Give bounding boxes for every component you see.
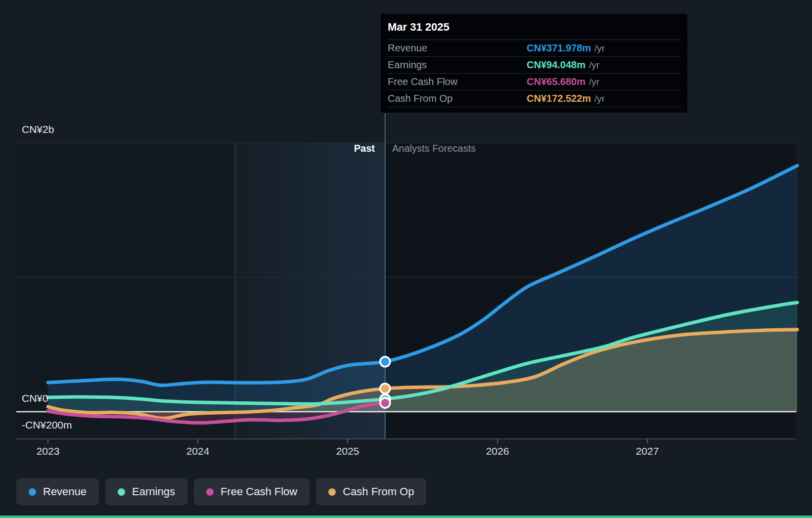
x-axis-label-2023: 2023 [26,445,70,458]
tooltip-fcf-unit: /yr [589,77,599,87]
bottom-accent-bar [0,516,812,518]
tooltip-fcf-label: Free Cash Flow [388,76,527,87]
cash-from-op-legend-dot-icon [328,488,336,496]
tooltip-revenue-unit: /yr [594,43,605,54]
y-axis-label-neg200m: -CN¥200m [22,419,72,432]
tooltip-cashop-value: CN¥172.522m [527,93,591,104]
legend-item-free-cash-flow[interactable]: Free Cash Flow [194,478,310,505]
legend-cashop-label: Cash From Op [343,485,414,498]
revenue-legend-dot-icon [29,488,36,496]
x-axis-label-2027: 2027 [625,445,670,458]
y-axis-label-2b: CN¥2b [22,123,54,136]
earnings-revenue-growth-chart: CN¥2b CN¥0 -CN¥200m 2023 2024 2025 2026 … [0,0,812,518]
free-cash-flow-legend-dot-icon [206,488,214,496]
legend-item-cash-from-op[interactable]: Cash From Op [316,478,426,505]
tooltip-cashop-unit: /yr [594,93,605,104]
legend-revenue-label: Revenue [43,485,87,498]
tooltip-row-earnings: Earnings CN¥94.048m /yr [388,57,680,74]
tooltip-date: Mar 31 2025 [388,14,680,40]
tooltip-revenue-value: CN¥371.978m [527,43,591,54]
analysts-forecasts-section-label: Analysts Forecasts [392,142,476,154]
tooltip-revenue-label: Revenue [388,43,527,54]
x-axis-label-2024: 2024 [176,445,220,458]
tooltip-earnings-unit: /yr [589,60,599,71]
tooltip-row-cash-from-op: Cash From Op CN¥172.522m /yr [388,90,680,107]
legend-item-earnings[interactable]: Earnings [105,478,187,505]
past-section-label: Past [276,142,375,154]
tooltip-fcf-value: CN¥65.680m [527,76,586,87]
tooltip-earnings-value: CN¥94.048m [527,59,586,71]
x-axis-label-2026: 2026 [475,445,520,458]
tooltip-row-free-cash-flow: Free Cash Flow CN¥65.680m /yr [388,74,680,90]
legend-item-revenue[interactable]: Revenue [16,478,99,505]
hover-tooltip: Mar 31 2025 Revenue CN¥371.978m /yr Earn… [381,14,687,113]
chart-legend: Revenue Earnings Free Cash Flow Cash Fro… [16,478,426,505]
tooltip-cashop-label: Cash From Op [388,93,527,104]
earnings-legend-dot-icon [118,488,125,496]
x-axis-label-2025: 2025 [325,445,370,458]
tooltip-earnings-label: Earnings [388,59,527,71]
y-axis-label-zero: CN¥0 [22,392,48,405]
legend-fcf-label: Free Cash Flow [221,485,297,498]
tooltip-row-revenue: Revenue CN¥371.978m /yr [388,40,680,57]
legend-earnings-label: Earnings [132,485,175,498]
